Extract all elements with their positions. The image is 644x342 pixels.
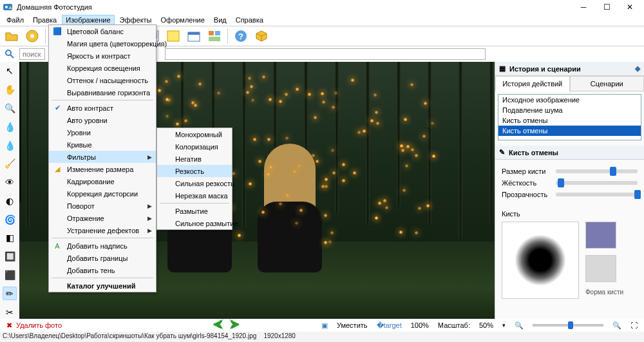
tool-3[interactable]: 💧 (3, 120, 17, 133)
image2-icon[interactable] (166, 28, 181, 44)
fit-label[interactable]: Уместить (337, 321, 368, 329)
menu-item[interactable]: Отражение▶ (49, 212, 156, 224)
tool-6[interactable]: 👁 (3, 176, 17, 189)
menu-файл[interactable]: Файл (3, 15, 28, 25)
tool-8[interactable]: 🌀 (3, 213, 17, 226)
menu-item[interactable]: Выравнивание горизонта (49, 86, 156, 99)
menu-item[interactable]: Негатив (157, 153, 232, 165)
zoom-slider[interactable] (533, 324, 603, 327)
tool-11[interactable]: ⬛ (3, 269, 17, 282)
slider-row: Жёсткость (502, 179, 638, 187)
search-input[interactable] (19, 48, 45, 60)
menu-item[interactable]: Уровни (49, 126, 156, 138)
tool-4[interactable]: 💧 (3, 138, 17, 152)
tab-0[interactable]: История действий (495, 76, 570, 91)
menu-item[interactable]: 🟦Цветовой баланс (49, 25, 156, 37)
tool-1[interactable]: ✋ (3, 83, 17, 97)
menu-item[interactable]: Авто уровни (49, 114, 156, 126)
save-icon[interactable] (24, 28, 40, 44)
delete-photo-button[interactable]: ✖ Удалить фото (6, 321, 62, 330)
zoom-reset-icon[interactable]: �target (377, 321, 402, 330)
prev-arrow-icon[interactable]: ⮜ (213, 319, 224, 332)
calendar-icon[interactable] (186, 28, 202, 44)
maximize-button[interactable]: ☐ (595, 0, 618, 14)
menu-вид[interactable]: Вид (210, 15, 231, 25)
close-button[interactable]: ✕ (618, 0, 641, 14)
menu-правка[interactable]: Правка (29, 15, 61, 25)
menu-изображение[interactable]: Изображение (62, 15, 114, 25)
history-row[interactable]: Исходное изображение (498, 95, 641, 105)
history-row[interactable]: Кисть отмены (498, 115, 641, 126)
menu-item[interactable]: Размытие (157, 205, 232, 217)
slider-row: Размер кисти (502, 167, 638, 175)
menu-item[interactable]: Кадрирование (49, 175, 156, 187)
menu-item[interactable]: Фильтры▶ (49, 151, 156, 163)
menu-справка[interactable]: Справка (232, 15, 267, 25)
fit-icon[interactable]: ▣ (321, 321, 328, 330)
menu-item[interactable]: Нерезкая маска (157, 189, 232, 202)
history-row[interactable]: Подавление шума (498, 105, 641, 115)
menu-item[interactable]: Коррекция дисторсии (49, 187, 156, 200)
tool-5[interactable]: 🧹 (3, 157, 17, 171)
brush-section-title: Кисть отмены (509, 149, 558, 157)
history-row[interactable]: Кисть отмены (498, 126, 641, 136)
menu-item[interactable]: Коррекция освещения (49, 62, 156, 74)
menu-item[interactable]: Устранение дефектов▶ (49, 224, 156, 236)
menu-item[interactable]: Кривые (49, 138, 156, 151)
color-swatch[interactable] (585, 222, 616, 249)
brush-label: Кисть (502, 210, 638, 218)
collage-icon[interactable] (207, 28, 222, 44)
menu-item[interactable]: Резкость (157, 165, 232, 177)
brush-icon: ✎ (499, 148, 505, 157)
history-list[interactable]: Исходное изображениеПодавление шумаКисть… (498, 94, 641, 140)
menu-item[interactable]: Магия цвета (цветокоррекция) (49, 37, 156, 50)
menu-item[interactable]: Монохромный (157, 128, 232, 140)
menu-оформление[interactable]: Оформление (157, 15, 209, 25)
tab-1[interactable]: Сценарии (570, 76, 645, 91)
next-arrow-icon[interactable]: ⮞ (229, 319, 241, 332)
menu-item[interactable]: Сильное размытие (157, 217, 232, 229)
shape-swatch[interactable] (585, 255, 616, 282)
slider-label: Размер кисти (502, 167, 552, 175)
path-field[interactable] (165, 48, 486, 60)
tool-10[interactable]: 🔲 (3, 250, 17, 263)
menu-item[interactable]: Каталог улучшений (49, 280, 156, 292)
scale-value: 50% (479, 321, 493, 329)
tool-2[interactable]: 🔍 (3, 102, 17, 115)
chevron-down-icon[interactable]: ▾ (502, 322, 506, 328)
menu-item[interactable]: Добавить границы (49, 252, 156, 264)
minimize-button[interactable]: ─ (572, 0, 595, 14)
slider-track[interactable] (556, 181, 638, 185)
menu-эффекты[interactable]: Эффекты (116, 15, 156, 25)
svg-rect-11 (209, 37, 220, 41)
expand-icon[interactable]: ⛶ (630, 321, 638, 329)
svg-point-3 (30, 34, 34, 38)
help-icon[interactable]: ? (233, 28, 249, 44)
tool-7[interactable]: ◐ (3, 194, 17, 207)
open-icon[interactable] (4, 28, 19, 44)
tool-0[interactable]: ↖ (3, 64, 17, 78)
svg-point-1 (5, 6, 8, 8)
menu-item[interactable]: Оттенок / насыщенность (49, 74, 156, 86)
tool-12[interactable]: ✏ (3, 287, 17, 300)
title-bar: Домашняя Фотостудия ─ ☐ ✕ (0, 0, 644, 14)
slider-label: Жёсткость (502, 179, 552, 187)
menu-item[interactable]: Яркость и контраст (49, 50, 156, 62)
menu-item[interactable]: Сильная резкость (157, 177, 232, 189)
menu-item[interactable]: AДобавить надпись (49, 240, 156, 252)
menu-item[interactable]: Добавить тень (49, 264, 156, 276)
menu-item[interactable]: ◢Изменение размера (49, 163, 156, 175)
menu-item[interactable]: Поворот▶ (49, 200, 156, 212)
tool-13[interactable]: ✂ (3, 305, 17, 319)
slider-track[interactable] (556, 193, 638, 196)
scale-label: Масштаб: (438, 321, 470, 329)
zoom-out-icon[interactable]: 🔍 (515, 321, 524, 330)
zoom-in-icon[interactable]: 🔍 (612, 321, 621, 330)
menu-item[interactable]: ✔Авто контраст (49, 102, 156, 114)
menu-item[interactable]: Колоризация (157, 140, 232, 153)
pin-icon[interactable]: ◆ (635, 64, 640, 73)
slider-track[interactable] (556, 169, 638, 173)
tool-9[interactable]: ◧ (3, 231, 17, 245)
box-icon[interactable] (254, 28, 269, 44)
brush-preview[interactable] (502, 222, 579, 299)
